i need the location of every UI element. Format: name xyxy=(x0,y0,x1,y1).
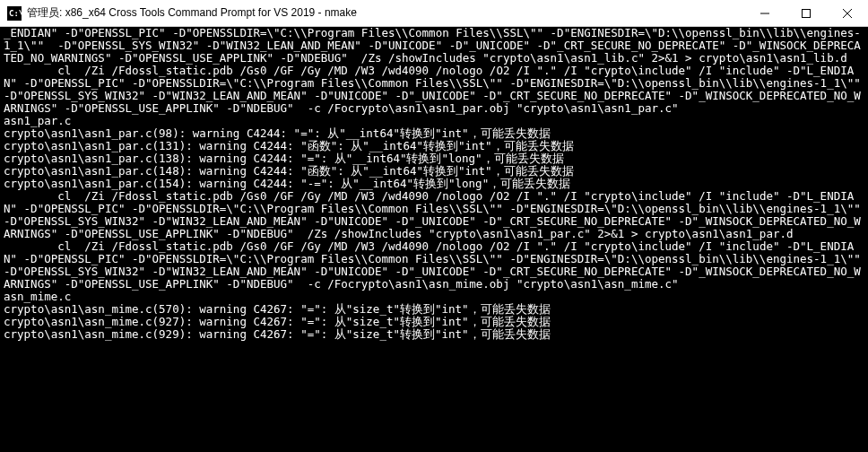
terminal-line: crypto\asn1\asn1_par.c(98): warning C424… xyxy=(4,127,864,140)
terminal-line: asn1_par.c xyxy=(4,115,864,127)
window-titlebar[interactable]: C:\ 管理员: x86_x64 Cross Tools Command Pro… xyxy=(0,0,868,27)
terminal-line: cl /Zi /Fdossl_static.pdb /Gs0 /GF /Gy /… xyxy=(4,65,864,115)
svg-rect-3 xyxy=(803,9,811,17)
minimize-button[interactable] xyxy=(744,0,786,26)
terminal-line: cl /Zi /Fdossl_static.pdb /Gs0 /GF /Gy /… xyxy=(4,240,864,291)
window-controls xyxy=(744,0,868,26)
terminal-line: crypto\asn1\asn1_par.c(154): warning C42… xyxy=(4,178,864,190)
terminal-line: crypto\asn1\asn_mime.c(570): warning C42… xyxy=(4,303,864,316)
terminal-line: crypto\asn1\asn_mime.c(929): warning C42… xyxy=(4,328,864,341)
window-title: 管理员: x86_x64 Cross Tools Command Prompt … xyxy=(27,5,744,21)
cmd-icon: C:\ xyxy=(7,6,22,21)
terminal-output[interactable]: _ENDIAN" -D"OPENSSL_PIC" -D"OPENSSLDIR=\… xyxy=(0,27,868,452)
terminal-line: crypto\asn1\asn_mime.c(927): warning C42… xyxy=(4,316,864,328)
terminal-line: crypto\asn1\asn1_par.c(148): warning C42… xyxy=(4,165,864,178)
terminal-line: cl /Zi /Fdossl_static.pdb /Gs0 /GF /Gy /… xyxy=(4,190,864,240)
svg-text:C:\: C:\ xyxy=(9,9,22,18)
terminal-line: asn_mime.c xyxy=(4,291,864,303)
terminal-line: crypto\asn1\asn1_par.c(131): warning C42… xyxy=(4,140,864,152)
maximize-button[interactable] xyxy=(786,0,827,26)
terminal-line: crypto\asn1\asn1_par.c(138): warning C42… xyxy=(4,152,864,165)
terminal-line: _ENDIAN" -D"OPENSSL_PIC" -D"OPENSSLDIR=\… xyxy=(4,27,864,65)
close-button[interactable] xyxy=(827,0,868,26)
